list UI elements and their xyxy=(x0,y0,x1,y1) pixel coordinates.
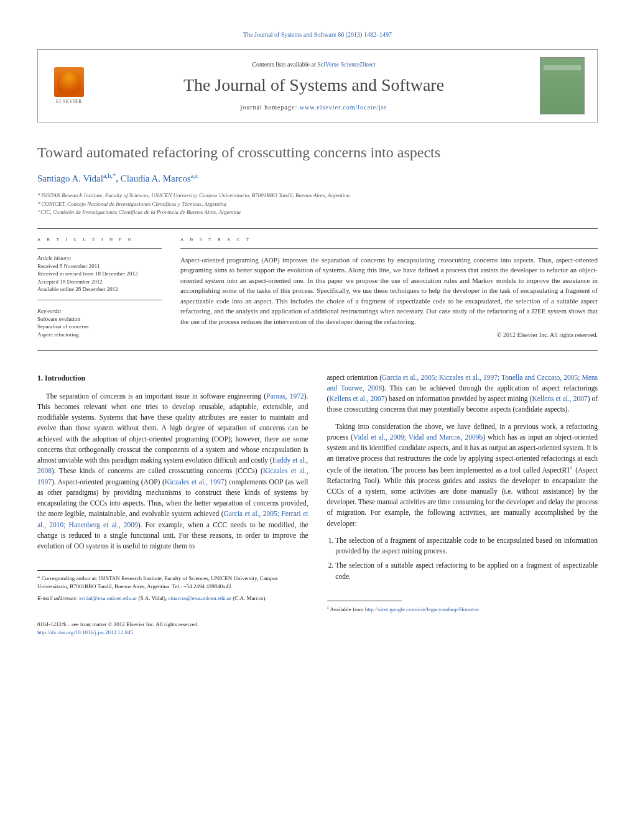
intro-paragraph-1-cont: aspect orientation (Garcia et al., 2005;… xyxy=(327,372,598,415)
manual-activities-list: The selection of a fragment of aspectiza… xyxy=(327,535,598,582)
email-vidal-who: (S.A. Vidal), xyxy=(137,595,168,601)
ref-vidal-2009[interactable]: Vidal et al., 2009; Vidal and Marcos, 20… xyxy=(353,433,483,441)
footnote-rule-left xyxy=(37,570,112,571)
author-1-name[interactable]: Santiago A. Vidal xyxy=(37,173,103,183)
ref-parnas-1972[interactable]: Parnas, 1972 xyxy=(266,392,304,400)
author-separator: , xyxy=(116,173,121,183)
section-rule-bottom xyxy=(37,350,598,351)
history-online: Available online 28 December 2012 xyxy=(37,285,162,293)
author-2-affiliations: a,c xyxy=(191,172,198,179)
affiliation-a: ᵃ ISISTAN Research Institute, Faculty of… xyxy=(37,192,598,200)
footnote-rule-right xyxy=(327,601,402,601)
contents-prefix: Contents lists available at xyxy=(252,61,317,68)
elsevier-label: ELSEVIER xyxy=(56,99,82,104)
contents-available-line: Contents lists available at SciVerse Sci… xyxy=(100,61,527,68)
body-column-left: 1. Introduction The separation of concer… xyxy=(37,372,308,637)
intro-text-d: ). Aspect-oriented programing (AOP) ( xyxy=(52,478,165,486)
journal-cover-thumbnail xyxy=(540,57,585,114)
author-2-name[interactable]: Claudia A. Marcos xyxy=(121,173,191,183)
keyword-3: Aspect refactoring xyxy=(37,331,162,339)
abstract-header: A B S T R A C T xyxy=(180,235,598,242)
list-item-1: The selection of a fragment of aspectiza… xyxy=(335,535,598,557)
issn-copyright-line: 0164-1212/$ – see front matter © 2012 El… xyxy=(37,621,308,629)
intro-paragraph-2: Taking into consideration the above, we … xyxy=(327,422,598,529)
history-received: Received 8 November 2011 xyxy=(37,262,162,270)
journal-homepage-link[interactable]: www.elsevier.com/locate/jss xyxy=(300,104,387,111)
ref-kellens-2007a[interactable]: Kellens et al., 2007 xyxy=(329,395,384,402)
article-title: Toward automated refactoring of crosscut… xyxy=(37,144,598,161)
footnote-1: 1 Available from http://sites.google.com… xyxy=(327,605,598,614)
history-label: Article history: xyxy=(37,255,162,261)
journal-center-block: Contents lists available at SciVerse Sci… xyxy=(100,61,527,111)
email-vidal[interactable]: svidal@exa.unicen.edu.ar xyxy=(79,595,137,601)
info-abstract-row: A R T I C L E I N F O Article history: R… xyxy=(37,235,598,339)
sciencedirect-link[interactable]: SciVerse ScienceDirect xyxy=(317,61,376,68)
elsevier-logo: ELSEVIER xyxy=(50,64,88,108)
affiliation-b: ᵇ CONICET, Concejo Nacional de Investiga… xyxy=(37,200,598,209)
info-rule-2 xyxy=(37,300,162,300)
section-1-heading: 1. Introduction xyxy=(37,372,308,384)
header-citation: The Journal of Systems and Software 86 (… xyxy=(37,31,598,38)
footnote-emails: E-mail addresses: svidal@exa.unicen.edu.… xyxy=(37,594,308,602)
abstract-rule xyxy=(180,248,598,249)
section-rule-top xyxy=(37,228,598,229)
keyword-2: Separation of concerns xyxy=(37,323,162,331)
journal-title: The Journal of Systems and Software xyxy=(100,75,527,95)
doi-link[interactable]: http://dx.doi.org/10.1016/j.jss.2012.12.… xyxy=(37,629,308,637)
journal-header-box: ELSEVIER Contents lists available at Sci… xyxy=(37,49,598,122)
email-marcos-who: (C.A. Marcos). xyxy=(231,595,267,601)
abstract-block: A B S T R A C T Aspect-oriented programi… xyxy=(180,235,598,339)
footnote-1-text-a: Available from xyxy=(329,606,365,612)
footnote-corresponding: * Corresponding author at: ISISTAN Resea… xyxy=(37,575,308,590)
intro-text-c: ). These kinds of concerns are called cr… xyxy=(52,467,263,474)
body-columns: 1. Introduction The separation of concer… xyxy=(37,372,598,637)
intro-text-a: The separation of concerns is an importa… xyxy=(46,392,266,400)
keywords-label: Keywords: xyxy=(37,308,162,314)
affiliation-c: ᶜ CIC, Comisión de Investigaciones Cient… xyxy=(37,208,598,217)
article-info-header: A R T I C L E I N F O xyxy=(37,235,162,242)
col2-text-c: ) based on information provided by aspec… xyxy=(385,395,532,402)
ref-kiczales-1997b[interactable]: Kiczales et al., 1997 xyxy=(165,478,225,486)
ref-kellens-2007b[interactable]: Kellens et al., 2007 xyxy=(532,395,587,402)
list-item-2: The selection of a suitable aspect refac… xyxy=(335,560,598,582)
history-accepted: Accepted 18 December 2012 xyxy=(37,278,162,286)
footnote-1-text-b: . xyxy=(478,606,480,612)
author-1-affiliations: a,b, xyxy=(103,172,113,179)
homepage-prefix: journal homepage: xyxy=(241,104,300,111)
abstract-text: Aspect-oriented programing (AOP) improve… xyxy=(180,255,598,327)
col2-text-a: aspect orientation ( xyxy=(327,374,382,381)
doi-block: 0164-1212/$ – see front matter © 2012 El… xyxy=(37,621,308,636)
journal-homepage-line: journal homepage: www.elsevier.com/locat… xyxy=(100,104,527,111)
intro-text-b: ). This becomes relevant when one tries … xyxy=(37,392,308,464)
elsevier-tree-icon xyxy=(54,67,84,97)
authors-line: Santiago A. Vidala,b,*, Claudia A. Marco… xyxy=(37,172,598,184)
affiliations-block: ᵃ ISISTAN Research Institute, Faculty of… xyxy=(37,192,598,217)
info-rule xyxy=(37,248,162,249)
body-column-right: aspect orientation (Garcia et al., 2005;… xyxy=(327,372,598,637)
email-marcos[interactable]: cmarcos@exa.unicen.edu.ar xyxy=(168,595,231,601)
history-revised: Received in revised form 18 December 201… xyxy=(37,270,162,278)
intro-paragraph-1: The separation of concerns is an importa… xyxy=(37,391,308,552)
abstract-copyright: © 2012 Elsevier Inc. All rights reserved… xyxy=(180,331,598,338)
article-info-block: A R T I C L E I N F O Article history: R… xyxy=(37,235,162,339)
keyword-1: Software evolution xyxy=(37,315,162,323)
email-label: E-mail addresses: xyxy=(37,595,79,601)
col2p2-text-c: (Aspect Refactoring Tool). While this pr… xyxy=(327,466,598,527)
footnote-1-link[interactable]: http://sites.google.com/site/legacyandao… xyxy=(365,606,478,612)
